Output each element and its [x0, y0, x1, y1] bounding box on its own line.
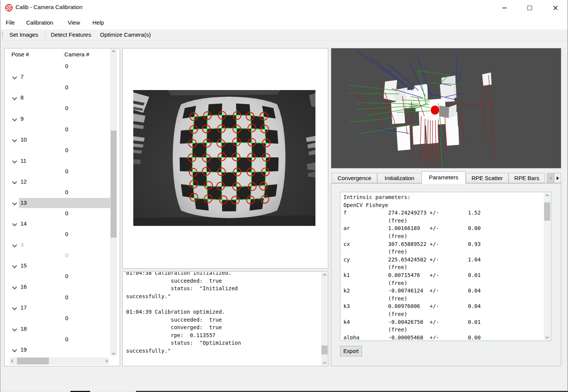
tree-row-pose-9[interactable]: 9 [5, 114, 110, 124]
camera-label: 0 [65, 105, 68, 111]
tab-scroll-right-button[interactable] [554, 173, 561, 183]
tree-row-pose-15[interactable]: 15 [5, 261, 110, 271]
pose-label: X [20, 241, 24, 248]
params-scroll-down-button[interactable] [544, 333, 551, 340]
parameters-textbox[interactable]: Intrinsic parameters: OpenCV Fisheye f 2… [340, 192, 551, 341]
pose-3d-viewport[interactable] [331, 48, 561, 168]
expander-chevron-icon[interactable] [12, 75, 17, 79]
camera-label: 0 [65, 231, 68, 237]
menu-file[interactable]: File [6, 16, 15, 30]
chevron-down-icon [546, 335, 549, 338]
chevron-up-icon [323, 274, 326, 277]
menu-view[interactable]: View [68, 16, 80, 30]
close-button[interactable] [547, 0, 564, 16]
expander-chevron-icon[interactable] [12, 117, 17, 121]
expander-chevron-icon[interactable] [12, 159, 17, 163]
tree-row-pose-19[interactable]: 19 [5, 345, 110, 355]
toolbar-grip-icon[interactable] [2, 32, 3, 38]
tree-row-camera[interactable]: 0 [5, 187, 110, 198]
expander-chevron-icon[interactable] [12, 221, 17, 226]
tree-row-camera[interactable]: 0 [5, 271, 110, 282]
tree-row-pose-18[interactable]: 18 [5, 324, 110, 334]
tab-rpe-bars[interactable]: RPE Bars [509, 173, 545, 183]
tab-parameters[interactable]: Parameters [421, 171, 466, 184]
tree-row-pose-11[interactable]: 11 [5, 156, 110, 166]
tree-row-pose-13[interactable]: 13 [5, 198, 110, 208]
tree-vscroll-up-button[interactable] [110, 48, 117, 55]
tree-row-pose-8[interactable]: 8 [5, 93, 110, 103]
tree-hscroll-thumb[interactable] [17, 358, 49, 364]
pose-label: 10 [20, 136, 27, 143]
tree-row-camera[interactable]: 0 [5, 334, 110, 345]
camera-label: 0 [65, 273, 68, 279]
export-button[interactable]: Export [340, 346, 362, 356]
tree-row-camera[interactable]: 0 [5, 166, 110, 177]
tree-row-camera[interactable]: 0 [5, 82, 110, 93]
tree-row-pose-7[interactable]: 7 [5, 72, 110, 82]
menu-help[interactable]: Help [92, 16, 104, 30]
tab-scroll-left-button[interactable] [547, 173, 554, 183]
pose-label: 18 [20, 325, 27, 332]
expander-chevron-icon[interactable] [12, 305, 17, 310]
expander-chevron-icon[interactable] [12, 137, 17, 142]
tool-bar: Set Images Detect Features Optimize Came… [0, 30, 568, 40]
log-scroll-up-button[interactable] [321, 272, 328, 278]
tree-row-pose-X[interactable]: X [5, 240, 110, 250]
expander-chevron-icon[interactable] [12, 95, 17, 100]
camera-label: 0 [65, 126, 68, 132]
tab-initialization[interactable]: Initialization [377, 173, 422, 183]
close-icon [553, 6, 558, 10]
expander-chevron-icon[interactable] [12, 243, 17, 247]
detect-features-button[interactable]: Detect Features [51, 30, 91, 40]
tree-row-camera[interactable]: 0 [5, 229, 110, 240]
params-scroll-up-button[interactable] [544, 193, 551, 199]
expander-chevron-icon[interactable] [12, 347, 17, 352]
tree-row-camera[interactable]: 0 [5, 250, 110, 261]
tree-row-pose-17[interactable]: 17 [5, 303, 110, 313]
optimize-cameras-button[interactable]: Optimize Camera(s) [100, 30, 151, 40]
menu-calibration[interactable]: Calibration [26, 16, 53, 30]
camera-label: 0 [65, 63, 68, 69]
camera-label: 0 [65, 210, 68, 216]
toolbar-separator [45, 31, 45, 39]
camera-label: 0 [65, 189, 68, 195]
tab-rpe-scatter[interactable]: RPE Scatter [466, 173, 509, 183]
tab-convergence[interactable]: Convergence [332, 173, 377, 183]
params-scroll-thumb[interactable] [544, 202, 550, 221]
minimize-button[interactable] [496, 0, 513, 16]
tree-row-pose-12[interactable]: 12 [5, 177, 110, 187]
expander-chevron-icon[interactable] [12, 201, 17, 205]
tree-vscroll-down-button[interactable] [110, 350, 117, 356]
tree-hscroll-left-button[interactable] [9, 357, 16, 365]
log-scroll-thumb[interactable] [321, 345, 328, 355]
pose-label: 12 [20, 178, 27, 185]
expander-chevron-icon[interactable] [12, 263, 17, 268]
tree-row-pose-14[interactable]: 14 [5, 219, 110, 229]
tree-row-camera[interactable]: 0 [5, 103, 110, 114]
tree-hscroll-right-button[interactable] [103, 357, 109, 365]
tree-row-pose-16[interactable]: 16 [5, 282, 110, 292]
title-bar: Calib - Camera Calibration [0, 0, 568, 16]
parameters-pane: Intrinsic parameters: OpenCV Fisheye f 2… [331, 183, 561, 366]
pose-label: 15 [20, 262, 27, 269]
camera-label: 0 [65, 168, 68, 174]
tree-row-pose-10[interactable]: 10 [5, 135, 110, 145]
tree-row-camera[interactable]: 0 [5, 208, 110, 219]
expander-chevron-icon[interactable] [12, 285, 17, 289]
expander-chevron-icon[interactable] [12, 327, 17, 331]
tree-row-camera[interactable]: 0 [5, 124, 110, 135]
tree-row-camera[interactable]: 0 [5, 145, 110, 156]
camera-label: 0 [65, 315, 68, 321]
tree-vscroll-thumb[interactable] [111, 131, 117, 238]
expander-chevron-icon[interactable] [12, 179, 17, 184]
log-panel[interactable]: 01:04:38 Calibration initialized. succee… [122, 271, 328, 366]
tree-row-camera[interactable]: 0 [5, 61, 110, 72]
tree-row-camera[interactable]: 0 [5, 313, 110, 324]
log-scroll-down-button[interactable] [321, 359, 328, 365]
chevron-down-icon [112, 351, 115, 354]
set-images-button[interactable]: Set Images [9, 30, 38, 40]
maximize-button[interactable] [521, 0, 538, 16]
pose-3d-scene [331, 48, 561, 168]
tree-row-camera[interactable]: 0 [5, 292, 110, 303]
chevron-right-icon [104, 359, 107, 362]
